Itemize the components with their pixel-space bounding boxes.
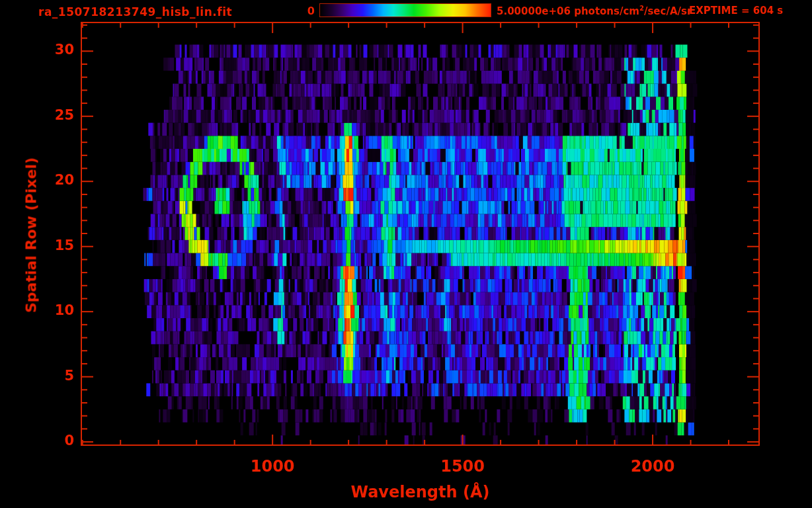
colorbar-unit-superscript: 2 xyxy=(639,5,644,12)
x-tick-label: 2000 xyxy=(613,457,692,476)
y-tick-label: 15 xyxy=(28,237,74,253)
y-tick-label: 10 xyxy=(28,302,74,318)
y-tick-label: 5 xyxy=(28,368,74,384)
y-tick-label: 30 xyxy=(28,42,74,58)
x-tick-label: 1000 xyxy=(233,457,312,476)
spectral-image-canvas xyxy=(0,0,812,508)
colorbar-max-label: 5.00000e+06 photons/cm2/sec/A/sr xyxy=(497,5,692,17)
colorbar-max-value: 5.00000e+06 xyxy=(497,5,571,17)
x-tick-label: 1500 xyxy=(423,457,503,476)
file-title: ra_150718213749_hisb_lin.fit xyxy=(38,5,232,19)
spectrogram-viewer-window: ra_150718213749_hisb_lin.fit 0 5.00000e+… xyxy=(0,0,812,508)
colorbar-unit-suffix: /sec/A/sr xyxy=(644,5,692,17)
y-tick-label: 25 xyxy=(28,107,74,123)
colorbar-min-label: 0 xyxy=(298,5,315,17)
y-tick-label: 0 xyxy=(28,433,74,448)
colorbar-unit-prefix: photons/cm xyxy=(574,5,639,17)
x-axis-title: Wavelength (Å) xyxy=(81,483,759,501)
exptime-label: EXPTIME = 604 s xyxy=(689,5,783,17)
colorbar-gradient xyxy=(319,3,491,17)
y-tick-label: 20 xyxy=(28,172,74,188)
